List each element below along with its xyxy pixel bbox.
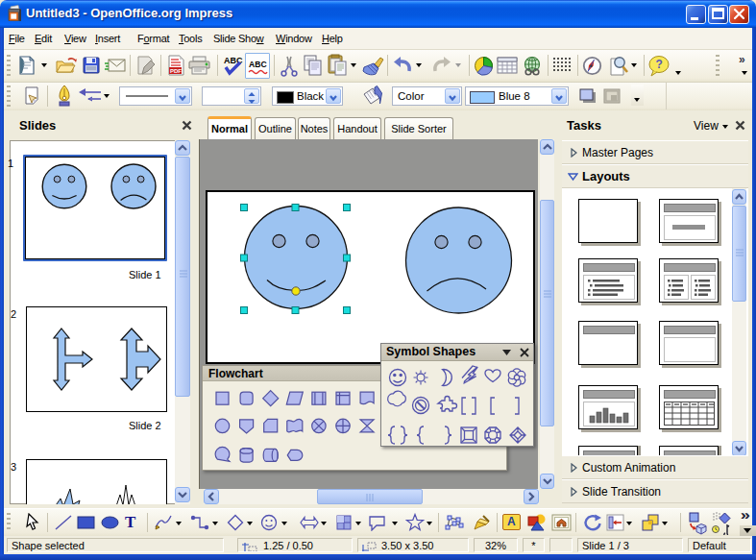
svg-text:?: ? — [656, 58, 663, 71]
svg-text:PDF: PDF — [170, 68, 182, 74]
svg-text:ABC: ABC — [249, 60, 267, 69]
